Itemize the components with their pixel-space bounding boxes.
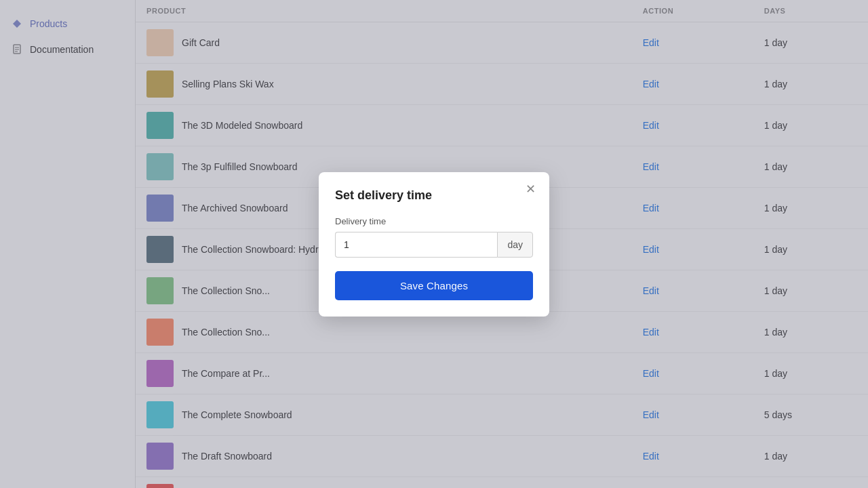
delivery-time-label: Delivery time [335,216,533,226]
save-changes-button[interactable]: Save Changes [335,271,533,300]
modal-close-button[interactable]: ✕ [521,182,540,197]
unit-badge: day [497,232,533,258]
delivery-time-input[interactable] [335,232,497,258]
modal-title: Set delivery time [335,188,533,203]
modal-overlay[interactable]: ✕ Set delivery time Delivery time day Sa… [0,0,868,488]
delivery-input-row: day [335,232,533,258]
delivery-time-modal: ✕ Set delivery time Delivery time day Sa… [319,172,549,317]
